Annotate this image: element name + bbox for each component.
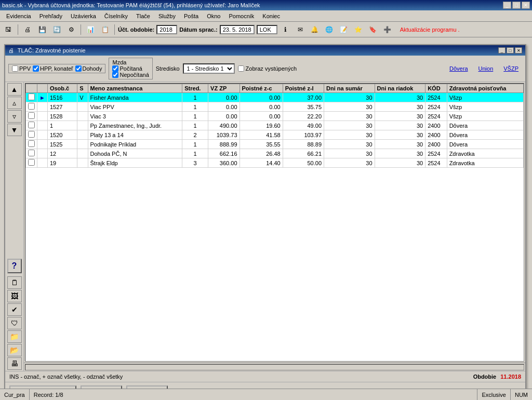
menu-sluzby[interactable]: Služby xyxy=(154,12,180,20)
row-vzzp-4: 1039.73 xyxy=(208,130,240,140)
dialog-minimize[interactable]: _ xyxy=(498,47,506,54)
col-header-arrow xyxy=(37,84,48,93)
row-osobc-4: 1520 xyxy=(47,130,77,140)
row-checkbox-1[interactable] xyxy=(28,103,35,110)
table-row[interactable]: 19 Štrajk Eldp 3 360.00 14.40 50.00 30 3… xyxy=(26,158,524,168)
toolbar-icon-8[interactable]: 🔔 xyxy=(309,24,321,35)
dialog-close[interactable]: ✕ xyxy=(515,47,522,54)
col-header-poistne-zc[interactable]: Poistné z-c xyxy=(240,84,283,93)
toolbar-icon-5[interactable]: ⚙ xyxy=(65,24,77,35)
tab-vszp[interactable]: VŠZP xyxy=(500,64,522,73)
dialog-maximize[interactable]: □ xyxy=(507,47,514,54)
col-header-s[interactable]: S xyxy=(77,84,88,93)
row-checkbox-0[interactable] xyxy=(28,94,35,100)
menu-posta[interactable]: Pošta xyxy=(180,12,203,20)
help-button[interactable]: ? xyxy=(7,259,22,273)
col-header-stred[interactable]: Stred. xyxy=(182,84,208,93)
col-header-dni-sumar[interactable]: Dni na sumár xyxy=(324,84,375,93)
row-check-2[interactable] xyxy=(26,112,37,121)
nav-up-small-btn[interactable]: ▵ xyxy=(7,97,22,109)
col-header-dni-riadok[interactable]: Dni na riadok xyxy=(375,84,425,93)
panel-icon-3[interactable]: ✔ xyxy=(7,303,22,316)
panel-icon-7[interactable]: 🖶 xyxy=(7,357,22,370)
row-dni-sumar-2: 30 xyxy=(324,112,375,121)
table-row[interactable]: 1527 Viac PPV 1 0.00 0.00 35.75 30 30 25… xyxy=(26,102,524,112)
row-kod-7: 2524 xyxy=(425,158,447,168)
table-row[interactable]: 1525 Podnikajte Príklad 1 888.99 35.55 8… xyxy=(26,140,524,149)
col-header-vzzp[interactable]: VZ ZP xyxy=(208,84,240,93)
dohody-checkbox[interactable] xyxy=(75,65,82,72)
toolbar-icon-11[interactable]: ⭐ xyxy=(352,24,365,35)
row-checkbox-7[interactable] xyxy=(28,159,35,166)
toolbar-icon-10[interactable]: 📝 xyxy=(338,24,350,35)
menu-prehlady[interactable]: Prehľady xyxy=(35,12,66,20)
toolbar-icon-info[interactable]: ℹ xyxy=(280,24,292,35)
toolbar-icon-1[interactable]: 🖫 xyxy=(2,24,15,35)
nav-down-btn[interactable]: ▼ xyxy=(7,124,22,136)
title-bar: basic.sk - Vybraná účtovná jednotka: Tes… xyxy=(0,0,532,10)
toolbar-icon-6[interactable]: 📊 xyxy=(84,24,97,35)
toolbar-icon-plus[interactable]: ➕ xyxy=(381,24,394,35)
table-row[interactable]: 1 Pp Zamestnanec, Ing., Judr. 1 490.00 1… xyxy=(26,121,524,130)
row-check-0[interactable] xyxy=(26,93,37,102)
row-check-6[interactable] xyxy=(26,149,37,158)
toolbar-icon-mail[interactable]: ✉ xyxy=(294,24,307,35)
table-row[interactable]: 1520 Platy 13 a 14 2 1039.73 41.58 103.9… xyxy=(26,130,524,140)
menu-uzavierka[interactable]: Uzávierka xyxy=(66,12,100,20)
menu-evidencia[interactable]: Evidencia xyxy=(2,12,35,20)
row-checkbox-6[interactable] xyxy=(28,150,35,156)
ppv-checkbox[interactable] xyxy=(12,65,18,72)
panel-icon-2[interactable]: 🖼 xyxy=(7,290,22,302)
pocitana-checkbox[interactable] xyxy=(112,65,118,72)
nav-up-btn[interactable]: ▲ xyxy=(7,83,22,96)
col-header-zdravotna[interactable]: Zdravotná poisťovňa xyxy=(447,84,523,93)
row-checkbox-3[interactable] xyxy=(28,122,35,128)
col-header-poistne-zl[interactable]: Poistné z-l xyxy=(283,84,324,93)
minimize-button[interactable]: _ xyxy=(503,2,511,9)
maximize-button[interactable]: □ xyxy=(512,2,521,9)
row-check-5[interactable] xyxy=(26,140,37,149)
stredisko-select[interactable]: 1 - Stredisko 1 xyxy=(183,63,235,74)
zobraz-checkbox[interactable] xyxy=(238,65,244,72)
row-zdravotna-6: Zdravotka xyxy=(447,149,523,158)
row-checkbox-4[interactable] xyxy=(28,131,35,138)
col-header-osobc[interactable]: Osob.č xyxy=(47,84,77,93)
hpp-checkbox[interactable] xyxy=(33,65,39,72)
menu-tlace[interactable]: Tlače xyxy=(132,12,154,20)
col-header-kod[interactable]: KÓD xyxy=(425,84,447,93)
panel-icon-1[interactable]: 🗒 xyxy=(7,276,22,289)
row-check-4[interactable] xyxy=(26,130,37,140)
nepocitana-checkbox[interactable] xyxy=(112,72,118,78)
menu-koniec[interactable]: Koniec xyxy=(258,12,284,20)
toolbar-icon-12[interactable]: 🔖 xyxy=(367,24,379,35)
panel-icon-5[interactable]: 📁 xyxy=(7,330,22,343)
table-row[interactable]: ► 1516 V Fisher Amanda 1 0.00 0.00 37.00… xyxy=(26,93,524,102)
table-container[interactable]: Osob.č S Meno zamestnanca Stred. VZ ZP P… xyxy=(25,83,524,362)
row-check-3[interactable] xyxy=(26,121,37,130)
menu-pomocnik[interactable]: Pomocník xyxy=(224,12,258,20)
row-kod-4: 2400 xyxy=(425,130,447,140)
panel-icon-6[interactable]: 📂 xyxy=(7,344,22,356)
row-zdravotna-1: Všzp xyxy=(447,102,523,112)
table-row[interactable]: 1528 Viac 3 1 0.00 0.00 22.20 30 30 2524… xyxy=(26,112,524,121)
toolbar-icon-4[interactable]: 🔄 xyxy=(50,24,63,35)
tab-dovera[interactable]: Dôvera xyxy=(446,64,471,73)
col-header-meno[interactable]: Meno zamestnanca xyxy=(88,84,182,93)
row-checkbox-5[interactable] xyxy=(28,140,35,147)
menu-okno[interactable]: Okno xyxy=(203,12,224,20)
menu-ciselniky[interactable]: Číselníky xyxy=(100,12,132,20)
tab-union[interactable]: Union xyxy=(475,64,497,73)
toolbar-icon-7[interactable]: 📋 xyxy=(99,24,111,35)
panel-icon-4[interactable]: 🛡 xyxy=(7,317,22,329)
row-check-7[interactable] xyxy=(26,158,37,168)
toolbar-icon-2[interactable]: 🖨 xyxy=(21,24,34,35)
table-row[interactable]: 12 Dohoda PČ, N 1 662.16 26.48 66.21 30 … xyxy=(26,149,524,158)
row-checkbox-2[interactable] xyxy=(28,112,35,119)
row-check-1[interactable] xyxy=(26,102,37,112)
horizontal-scrollbar[interactable] xyxy=(25,364,524,370)
toolbar-icon-9[interactable]: 🌐 xyxy=(323,24,336,35)
nav-down-small-btn[interactable]: ▿ xyxy=(7,110,22,123)
close-button[interactable]: ✕ xyxy=(522,2,530,9)
toolbar-icon-3[interactable]: 💾 xyxy=(36,24,48,35)
row-arrow-0: ► xyxy=(37,93,48,102)
